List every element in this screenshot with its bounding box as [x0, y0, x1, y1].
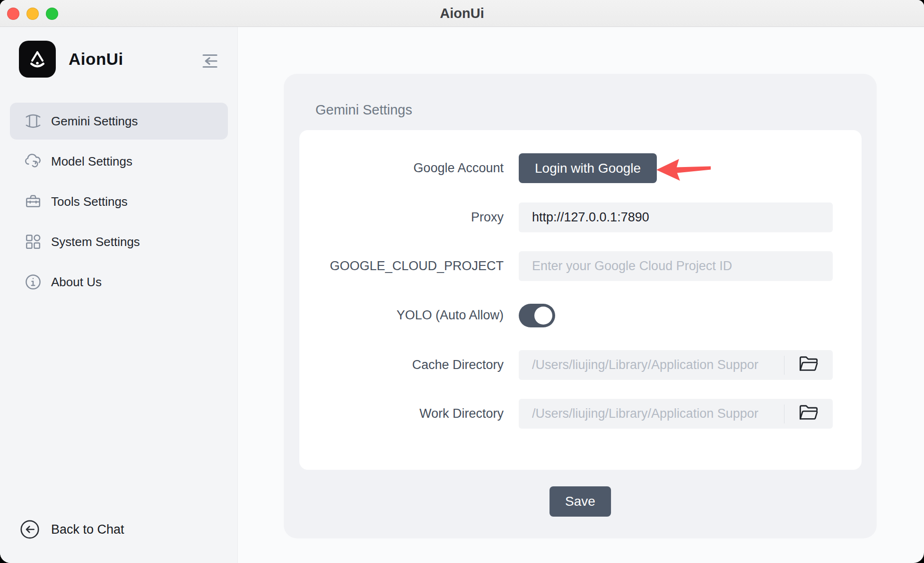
- arrow-left-circle-icon: [19, 519, 41, 540]
- login-with-google-button[interactable]: Login with Google: [519, 153, 657, 183]
- work-directory-group: [519, 399, 833, 429]
- apps-grid-icon: [23, 231, 44, 252]
- toolbox-icon: [23, 191, 44, 212]
- collapse-sidebar-icon[interactable]: [199, 52, 220, 70]
- save-button[interactable]: Save: [549, 486, 611, 517]
- sidebar-item-label: Gemini Settings: [51, 114, 138, 129]
- cache-directory-label: Cache Directory: [299, 358, 504, 372]
- card-heading: Gemini Settings: [315, 102, 412, 118]
- form-row-cache-directory: Cache Directory: [299, 350, 862, 380]
- sidebar-item-gemini-settings[interactable]: Gemini Settings: [10, 103, 228, 140]
- cache-directory-browse-button[interactable]: [785, 350, 833, 380]
- sidebar-item-tools-settings[interactable]: Tools Settings: [10, 183, 228, 220]
- google-account-label: Google Account: [299, 161, 504, 176]
- open-folder-icon: [798, 354, 819, 376]
- sidebar-item-label: Model Settings: [51, 154, 132, 169]
- brand-name: AionUi: [69, 50, 123, 69]
- back-to-chat-label: Back to Chat: [51, 522, 124, 537]
- work-directory-label: Work Directory: [299, 406, 504, 421]
- open-folder-icon: [798, 403, 819, 424]
- sidebar-item-about-us[interactable]: About Us: [10, 264, 228, 300]
- gcp-project-input[interactable]: [519, 251, 833, 281]
- form-row-gcp: GOOGLE_CLOUD_PROJECT: [299, 251, 862, 281]
- yolo-toggle[interactable]: [519, 304, 555, 327]
- gemini-icon: [23, 111, 44, 132]
- work-directory-browse-button[interactable]: [785, 399, 833, 429]
- gemini-settings-card: Gemini Settings Google Account Login wit…: [284, 74, 877, 538]
- window-title: AionUi: [0, 0, 924, 27]
- proxy-input[interactable]: [519, 202, 833, 232]
- settings-form: Google Account Login with Google Proxy G…: [299, 130, 862, 470]
- form-row-yolo: YOLO (Auto Allow): [299, 303, 862, 327]
- toggle-knob: [534, 307, 552, 325]
- cache-directory-input[interactable]: [519, 350, 784, 380]
- back-to-chat-button[interactable]: Back to Chat: [19, 519, 124, 540]
- form-row-proxy: Proxy: [299, 202, 862, 232]
- sidebar-item-system-settings[interactable]: System Settings: [10, 223, 228, 260]
- sidebar-item-label: About Us: [51, 275, 102, 290]
- cache-directory-group: [519, 350, 833, 380]
- work-directory-input[interactable]: [519, 399, 784, 429]
- yolo-label: YOLO (Auto Allow): [299, 308, 504, 323]
- app-logo-icon: [19, 41, 56, 78]
- app-window: AionUi AionUi: [0, 0, 924, 563]
- sidebar-item-label: Tools Settings: [51, 194, 128, 209]
- proxy-label: Proxy: [299, 210, 504, 225]
- sidebar-menu: Gemini Settings Model Settings: [10, 103, 228, 300]
- titlebar: AionUi: [0, 0, 924, 27]
- sidebar-item-label: System Settings: [51, 235, 140, 249]
- sidebar: AionUi Gemini Settin: [0, 27, 238, 563]
- info-circle-icon: [23, 272, 44, 292]
- sidebar-item-model-settings[interactable]: Model Settings: [10, 143, 228, 180]
- form-row-google-account: Google Account Login with Google: [299, 153, 862, 183]
- cloud-sync-icon: [23, 151, 44, 172]
- brand: AionUi: [19, 41, 123, 78]
- gcp-label: GOOGLE_CLOUD_PROJECT: [299, 259, 504, 273]
- form-row-work-directory: Work Directory: [299, 399, 862, 429]
